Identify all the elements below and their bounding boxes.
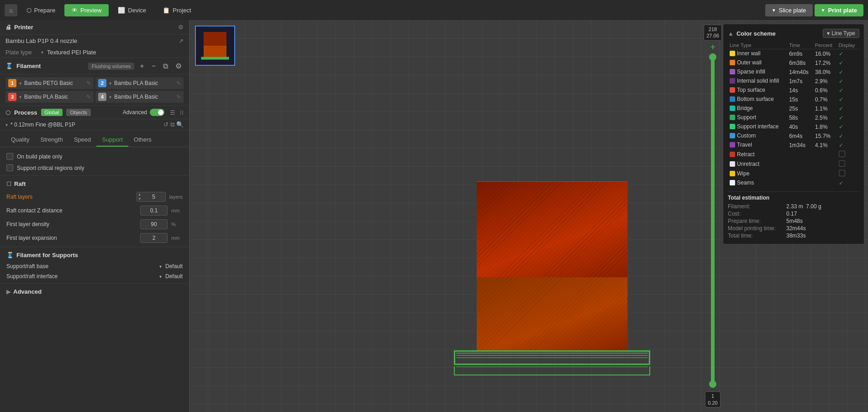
filament-copy-button[interactable]: ⧉	[161, 61, 170, 71]
support-raft-interface-dropdown[interactable]: ▾	[159, 274, 162, 279]
flushing-volumes-button[interactable]: Flushing volumes	[88, 63, 135, 70]
remove-filament-button[interactable]: −	[150, 61, 158, 71]
color-dot	[730, 51, 735, 56]
on-build-plate-checkbox[interactable]	[6, 153, 13, 160]
display-cell[interactable]: ✓	[837, 132, 859, 141]
display-cell[interactable]	[837, 150, 859, 159]
raft-checkbox-icon[interactable]: ☐	[6, 181, 11, 187]
tab-prepare[interactable]: ⬡ Prepare	[19, 4, 63, 16]
display-cell[interactable]	[837, 159, 859, 169]
raft-contact-z-input[interactable]	[140, 206, 168, 216]
advanced-section-icon[interactable]: ▶	[6, 289, 11, 295]
3d-viewport[interactable]: 218 27.06 + 1 0.20 ▲ Color scheme ▾ Line	[189, 20, 868, 412]
layer-slider-handle-top[interactable]	[709, 53, 716, 61]
list-view-icon[interactable]: ☰	[170, 109, 175, 116]
raft-layers-input[interactable]: ▲ ▼	[137, 192, 166, 202]
time-cell	[787, 169, 813, 179]
display-cell[interactable]: ✓	[837, 68, 859, 77]
display-cell[interactable]: ✓	[837, 179, 859, 188]
raft-contact-z-unit: mm	[171, 208, 183, 213]
pct-cell: 2.9%	[813, 77, 837, 86]
process-undo-icon[interactable]: ↺	[163, 121, 168, 128]
filament-name-1[interactable]: Bambu PETG Basic	[24, 80, 84, 86]
filament-edit-1[interactable]: ✎	[86, 80, 91, 86]
advanced-toggle[interactable]	[150, 109, 164, 116]
tab-device[interactable]: ⬜ Device	[110, 4, 153, 16]
tab-others[interactable]: Others	[128, 133, 157, 147]
display-cell[interactable]: ✓	[837, 58, 859, 68]
stats-rows: Filament:2.33 m 7.00 gCost:0.17Prepare t…	[728, 203, 859, 239]
filament-edit-2[interactable]: ✎	[176, 80, 181, 86]
tab-preview[interactable]: 👁 Preview	[64, 4, 109, 16]
first-layer-density-label: First layer density	[6, 221, 137, 227]
display-cell[interactable]	[837, 169, 859, 179]
display-cell[interactable]: ✓	[837, 122, 859, 132]
process-search-icon[interactable]: 🔍	[176, 121, 184, 128]
grid-view-icon[interactable]: ⁞⁞	[180, 109, 184, 116]
display-cell[interactable]: ✓	[837, 95, 859, 104]
line-type-name: Bridge	[737, 105, 753, 111]
first-layer-expansion-input[interactable]	[140, 233, 168, 243]
printer-section-title: 🖨 Printer	[5, 24, 33, 31]
tab-speed[interactable]: Speed	[68, 133, 97, 147]
printer-edit-icon[interactable]: ↗	[179, 37, 184, 44]
tab-project[interactable]: 📋 Project	[155, 4, 198, 16]
process-profile-name[interactable]: * 0.12mm Fine @BBL P1P	[11, 121, 75, 128]
filament-edit-4[interactable]: ✎	[176, 94, 181, 100]
line-type-name: Seams	[737, 180, 754, 186]
stat-row: Total time:38m33s	[728, 232, 859, 239]
printer-name: Bambu Lab P1P 0.4 nozzle	[5, 37, 77, 44]
filament-settings-button[interactable]: ⚙	[174, 61, 184, 71]
layer-slider-handle-bottom[interactable]	[709, 380, 716, 388]
global-tag-button[interactable]: Global	[41, 109, 63, 116]
advanced-section-label: Advanced	[13, 288, 42, 295]
col-time: Time	[787, 42, 813, 49]
display-cell[interactable]: ✓	[837, 104, 859, 113]
display-cell[interactable]: ✓	[837, 113, 859, 122]
filament-edit-3[interactable]: ✎	[86, 94, 91, 100]
filament-name-2[interactable]: Bambu PLA Basic	[114, 80, 174, 86]
model-thumbnail[interactable]	[195, 26, 235, 66]
box-bottom	[477, 277, 627, 350]
tab-quality[interactable]: Quality	[5, 133, 35, 147]
support-raft-base-row: Support/raft base ▾ Default	[0, 261, 189, 271]
slice-plate-button[interactable]: ▼ Slice plate	[765, 4, 813, 16]
raft-layers-arrows[interactable]: ▲ ▼	[137, 192, 142, 201]
print-plate-button[interactable]: ▼ Print plate	[815, 4, 863, 16]
filament-name-4[interactable]: Bambu PLA Basic	[114, 94, 174, 100]
objects-tag-button[interactable]: Objects	[66, 109, 90, 116]
printer-settings-icon[interactable]: ⚙	[178, 24, 184, 31]
layer-slider-track[interactable]	[711, 53, 715, 388]
first-layer-density-input[interactable]	[140, 219, 168, 229]
display-cell[interactable]: ✓	[837, 86, 859, 95]
color-panel-collapse-icon[interactable]: ▲	[728, 30, 734, 37]
display-cell[interactable]: ✓	[837, 141, 859, 150]
time-cell	[787, 179, 813, 188]
first-layer-expansion-row: First layer expansion mm	[0, 231, 189, 245]
time-cell: 25s	[787, 104, 813, 113]
color-dot	[730, 106, 735, 111]
time-cell	[787, 150, 813, 159]
process-save-icon[interactable]: ⧉	[170, 121, 174, 128]
color-table-row: Bridge 25s 1.1% ✓	[728, 104, 859, 113]
color-table-row: Inner wall 6m9s 16.0% ✓	[728, 49, 859, 59]
filament-name-3[interactable]: Bambu PLA Basic	[24, 94, 84, 100]
line-type-name: Outer wall	[737, 59, 762, 66]
support-critical-regions-checkbox[interactable]	[6, 164, 13, 171]
raft-layers-field[interactable]	[142, 192, 165, 201]
advanced-toggle-row: Advanced	[123, 109, 164, 116]
line-type-name: Custom	[737, 132, 756, 139]
tab-support[interactable]: Support	[96, 133, 128, 147]
thumbnail-panel	[191, 22, 239, 69]
color-dot	[730, 124, 735, 129]
home-button[interactable]: ⌂	[5, 4, 17, 16]
color-scheme-dropdown[interactable]: ▾ Line Type	[823, 29, 859, 38]
tab-strength[interactable]: Strength	[35, 133, 68, 147]
display-cell[interactable]: ✓	[837, 77, 859, 86]
support-raft-base-dropdown[interactable]: ▾	[159, 264, 162, 269]
plate-type-value[interactable]: Textured PEI Plate	[47, 49, 96, 56]
layer-slider-plus[interactable]: +	[710, 42, 715, 52]
add-filament-button[interactable]: +	[138, 61, 146, 71]
display-cell[interactable]: ✓	[837, 49, 859, 59]
process-section-header: ⬡ Process Global Objects Advanced ☰ ⁞⁞	[0, 106, 189, 119]
